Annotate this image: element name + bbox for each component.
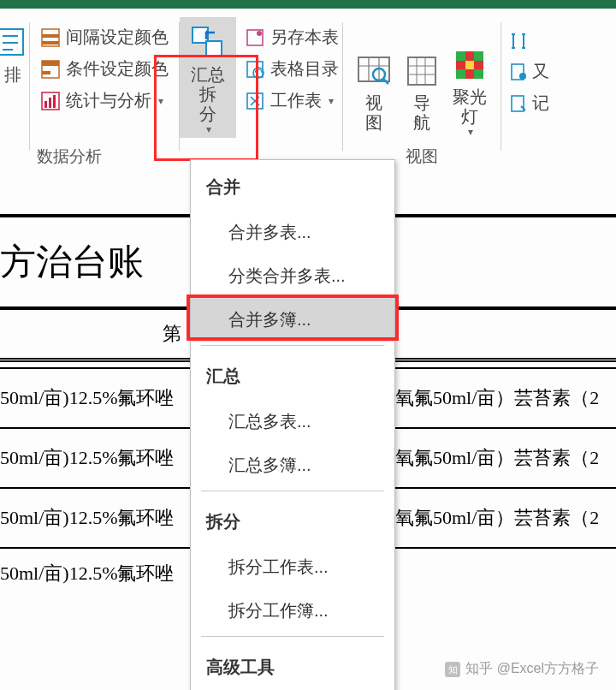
worksheet-icon	[245, 91, 265, 111]
btn-worksheet[interactable]: 工作表 ▾	[241, 87, 342, 114]
svg-rect-6	[42, 71, 50, 74]
cell-right: 氧氟50ml/亩）芸苔素（2	[395, 445, 599, 471]
dropdown-summary-split: 合并 合并多表... 分类合并多表... 合并多簿... 汇总 汇总多表... …	[190, 159, 395, 690]
svg-point-14	[257, 31, 262, 36]
btn-save-this-sheet[interactable]: 另存本表	[241, 24, 342, 51]
btn-label: 汇总拆 分	[185, 65, 231, 124]
svg-rect-3	[42, 41, 59, 45]
doc2-icon	[508, 93, 529, 114]
chevron-down-icon: ▾	[206, 124, 211, 136]
menu-item-split-workbook[interactable]: 拆分工作簿...	[191, 589, 394, 633]
group-label: 数据分析	[30, 146, 179, 168]
chevron-down-icon: ▾	[158, 95, 163, 107]
menu-item-summary-workbooks[interactable]: 汇总多簿...	[191, 443, 394, 487]
svg-point-26	[519, 73, 526, 80]
svg-rect-24	[465, 61, 474, 69]
stats-icon	[40, 91, 61, 111]
menu-separator	[201, 491, 384, 491]
btn-label: 聚光 灯	[453, 87, 487, 127]
btn-label: 统计与分析	[66, 89, 151, 112]
grid-color-icon	[40, 27, 61, 48]
cell-left: 50ml/亩)12.5%氟环唑	[0, 385, 175, 411]
watermark-text: 知乎 @Excel方方格子	[465, 660, 599, 678]
menu-item-merge-sheets[interactable]: 合并多表...	[191, 211, 394, 254]
ribbon-btn-truncated-left[interactable]: 排	[0, 17, 29, 86]
cell-left: 50ml/亩)12.5%氟环唑	[0, 445, 175, 471]
btn-label: 表格目录	[270, 57, 339, 80]
btn-label: 条件设定颜色	[66, 57, 169, 80]
summary-split-icon	[189, 24, 227, 62]
btn-stats-analysis[interactable]: 统计与分析 ▾	[37, 87, 172, 114]
bracket-icon	[508, 31, 529, 51]
btn-label: 工作表	[270, 89, 322, 112]
menu-header-split: 拆分	[191, 495, 394, 545]
watermark: 知 知乎 @Excel方方格子	[445, 660, 599, 678]
btn-label: 视 图	[365, 93, 382, 133]
ribbon: 排 间隔设定颜色 条件设定颜色 统计与分析 ▾	[0, 9, 616, 180]
btn-truncated-r1[interactable]	[505, 29, 553, 53]
svg-rect-27	[512, 96, 524, 111]
chevron-down-icon: ▾	[329, 95, 334, 107]
menu-header-advanced: 高级工具	[191, 640, 394, 690]
chevron-down-icon: ▾	[468, 127, 473, 139]
btn-navigation[interactable]: 导 航	[398, 45, 446, 134]
svg-rect-5	[42, 61, 59, 66]
cell-right: 氧氟50ml/亩）芸苔素（2	[395, 385, 599, 411]
nav-icon	[403, 52, 441, 90]
svg-rect-2	[42, 34, 59, 38]
menu-header-summary: 汇总	[191, 349, 394, 400]
menu-item-summary-sheets[interactable]: 汇总多表...	[191, 400, 394, 443]
svg-rect-12	[206, 41, 222, 57]
group-view: 视 图 导 航 聚光 灯 ▾ 视图	[343, 17, 500, 163]
btn-label: 又	[532, 60, 549, 83]
svg-rect-10	[53, 95, 56, 108]
menu-item-merge-by-category[interactable]: 分类合并多表...	[191, 254, 394, 298]
menu-separator	[201, 345, 384, 346]
btn-view[interactable]: 视 图	[350, 45, 398, 134]
title-bar	[0, 0, 616, 9]
ribbon-btn-label: 排	[4, 65, 21, 85]
menu-header-merge: 合并	[191, 160, 394, 211]
svg-text:知: 知	[448, 664, 458, 675]
btn-conditional-color[interactable]: 条件设定颜色	[37, 56, 172, 82]
menu-item-merge-workbooks[interactable]: 合并多簿...	[191, 298, 394, 342]
btn-truncated-r3[interactable]: 记	[505, 90, 553, 116]
btn-label: 间隔设定颜色	[66, 26, 169, 49]
zhihu-icon: 知	[445, 662, 460, 677]
view-icon	[355, 52, 393, 90]
menu-item-split-sheet[interactable]: 拆分工作表...	[191, 545, 394, 589]
btn-label: 导 航	[413, 93, 430, 133]
sort-icon	[0, 24, 29, 62]
btn-label: 记	[532, 92, 549, 115]
doc-icon	[508, 62, 529, 82]
group-data-analysis: 间隔设定颜色 条件设定颜色 统计与分析 ▾ 数据分析	[30, 17, 179, 163]
btn-truncated-r2[interactable]: 又	[505, 58, 553, 85]
cell-left: 50ml/亩)12.5%氟环唑	[0, 561, 175, 586]
svg-rect-8	[44, 101, 47, 108]
grid-cond-icon	[40, 59, 61, 80]
svg-rect-20	[408, 57, 435, 85]
btn-spotlight[interactable]: 聚光 灯 ▾	[446, 39, 494, 140]
btn-summary-split[interactable]: 汇总拆 分 ▾	[180, 17, 236, 138]
btn-sheet-catalog[interactable]: 表格目录	[241, 56, 342, 82]
menu-separator	[201, 636, 384, 637]
cell-left: 50ml/亩)12.5%氟环唑	[0, 505, 175, 531]
btn-interval-color[interactable]: 间隔设定颜色	[37, 24, 172, 51]
save-sheet-icon	[245, 27, 265, 48]
svg-rect-9	[49, 98, 51, 108]
spotlight-icon	[451, 46, 489, 84]
catalog-icon	[245, 59, 265, 80]
btn-label: 另存本表	[270, 26, 339, 49]
header-cell: 第	[163, 321, 181, 347]
cell-right: 氧氟50ml/亩）芸苔素（2	[395, 505, 599, 531]
